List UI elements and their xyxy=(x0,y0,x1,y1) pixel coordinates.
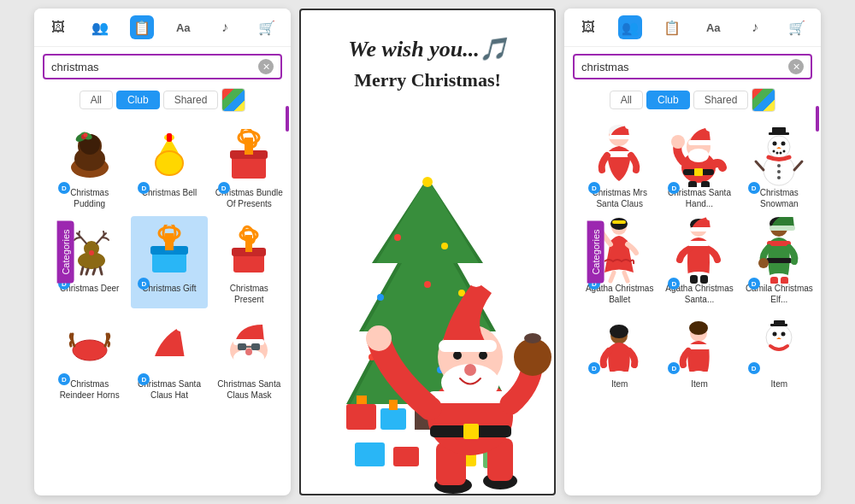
svg-point-90 xyxy=(468,270,485,287)
svg-point-86 xyxy=(464,364,476,376)
right-people-icon[interactable]: 👥 xyxy=(618,15,642,39)
item-label: Item xyxy=(691,378,707,390)
left-clear-button[interactable]: ✕ xyxy=(258,59,274,74)
list-item[interactable]: Christmas Present xyxy=(211,216,287,308)
item-label: Item xyxy=(611,378,628,390)
svg-rect-62 xyxy=(380,408,406,430)
right-categories-tab[interactable]: Categories xyxy=(587,220,604,283)
right-tab-club[interactable]: Club xyxy=(646,91,690,109)
list-item[interactable]: D Christmas Santa Claus Hat xyxy=(131,312,207,404)
svg-point-114 xyxy=(775,151,778,154)
svg-rect-104 xyxy=(688,181,697,187)
item-image xyxy=(748,220,810,281)
svg-point-36 xyxy=(176,323,185,331)
left-tab-all[interactable]: All xyxy=(80,91,113,109)
svg-point-42 xyxy=(245,349,252,355)
svg-rect-61 xyxy=(357,396,367,404)
list-item[interactable]: D Item xyxy=(741,312,817,393)
right-sticker-icon[interactable]: 📋 xyxy=(660,15,684,39)
svg-point-79 xyxy=(366,325,392,351)
svg-point-146 xyxy=(610,325,628,338)
left-text-icon[interactable]: Aa xyxy=(171,15,195,39)
list-item[interactable]: D Christmas Mrs Santa Claus xyxy=(581,120,657,213)
list-item[interactable]: D Christmas Gift xyxy=(131,216,207,308)
right-scrollbar[interactable] xyxy=(816,106,819,132)
svg-point-19 xyxy=(89,250,94,255)
right-tab-all[interactable]: All xyxy=(610,91,643,109)
svg-line-121 xyxy=(794,161,802,170)
svg-rect-105 xyxy=(701,181,710,187)
right-search-box: ✕ xyxy=(573,54,812,79)
right-text-icon[interactable]: Aa xyxy=(701,15,725,39)
right-panel: 🖼 👥 📋 Aa ♪ 🛒 ✕ All Club Shared Categorie… xyxy=(564,9,821,495)
svg-rect-141 xyxy=(766,258,792,263)
svg-rect-67 xyxy=(355,442,385,466)
right-search-input[interactable] xyxy=(581,61,788,73)
left-people-icon[interactable]: 👥 xyxy=(88,15,112,39)
item-image xyxy=(218,124,280,185)
item-label: Christmas Present xyxy=(215,283,284,305)
left-filter-tabs: All Club Shared xyxy=(34,83,291,117)
svg-point-51 xyxy=(394,234,401,241)
right-color-button[interactable] xyxy=(752,88,775,112)
left-tab-club[interactable]: Club xyxy=(116,91,160,109)
svg-point-118 xyxy=(777,170,781,173)
left-color-button[interactable] xyxy=(221,88,245,112)
list-item[interactable]: D Agatha Christmas Santa... xyxy=(661,216,737,308)
svg-point-142 xyxy=(758,258,769,268)
left-sticker-icon[interactable]: 📋 xyxy=(130,15,154,39)
svg-point-88 xyxy=(479,351,487,360)
item-image xyxy=(139,220,200,281)
left-panel: 🖼 👥 📋 Aa ♪ 🛒 ✕ All Club Shared Categorie… xyxy=(34,9,291,495)
list-item[interactable]: D Christmas Pudding xyxy=(51,120,127,213)
list-item[interactable]: D Christmas Snowman xyxy=(741,120,817,213)
item-image xyxy=(59,124,121,185)
left-image-icon[interactable]: 🖼 xyxy=(46,15,70,39)
svg-point-7 xyxy=(83,133,87,138)
left-shop-icon[interactable]: 🛒 xyxy=(255,15,279,39)
svg-point-111 xyxy=(781,141,785,145)
svg-rect-44 xyxy=(251,343,260,350)
item-image xyxy=(748,124,810,185)
left-categories-tab[interactable]: Categories xyxy=(57,220,74,283)
list-item[interactable]: D Christmas Bundle Of Presents xyxy=(211,120,287,213)
list-item[interactable]: D Christmas Reindeer Horns xyxy=(51,312,127,404)
list-item[interactable]: D Christmas Santa Hand... xyxy=(661,120,737,213)
svg-rect-130 xyxy=(687,241,711,246)
left-scrollbar[interactable] xyxy=(286,106,289,132)
svg-rect-126 xyxy=(612,220,626,224)
svg-point-153 xyxy=(772,332,776,337)
list-item[interactable]: D Camila Christmas Elf... xyxy=(741,216,817,308)
svg-rect-109 xyxy=(772,127,786,135)
left-toolbar: 🖼 👥 📋 Aa ♪ 🛒 xyxy=(34,9,291,47)
right-tab-shared[interactable]: Shared xyxy=(693,91,749,109)
right-shop-icon[interactable]: 🛒 xyxy=(785,15,809,39)
svg-rect-137 xyxy=(770,226,795,231)
right-music-icon[interactable]: ♪ xyxy=(743,15,767,39)
item-image xyxy=(589,124,651,185)
list-item[interactable]: D Christmas Bell xyxy=(131,120,207,213)
list-item[interactable]: D Item xyxy=(581,312,657,393)
svg-point-116 xyxy=(782,149,785,152)
item-badge: D xyxy=(588,362,600,374)
svg-rect-98 xyxy=(694,168,703,176)
list-item[interactable]: Christmas Santa Claus Mask xyxy=(211,312,287,404)
left-search-box: ✕ xyxy=(43,54,282,79)
left-music-icon[interactable]: ♪ xyxy=(213,15,237,39)
right-image-icon[interactable]: 🖼 xyxy=(576,15,600,39)
left-search-input[interactable] xyxy=(51,61,258,73)
svg-line-21 xyxy=(86,269,88,274)
right-search-area: ✕ xyxy=(564,47,821,83)
svg-point-52 xyxy=(441,243,448,249)
list-item[interactable]: D Item xyxy=(661,312,737,393)
left-tab-shared[interactable]: Shared xyxy=(163,91,219,109)
svg-rect-10 xyxy=(167,133,172,142)
svg-rect-94 xyxy=(609,135,631,139)
right-filter-tabs: All Club Shared xyxy=(564,83,821,117)
svg-point-154 xyxy=(781,332,785,337)
right-clear-button[interactable]: ✕ xyxy=(788,59,804,74)
svg-point-50 xyxy=(422,177,433,187)
item-label: Christmas Santa Claus Mask xyxy=(215,378,284,401)
svg-point-100 xyxy=(688,149,709,162)
item-image xyxy=(139,124,200,185)
